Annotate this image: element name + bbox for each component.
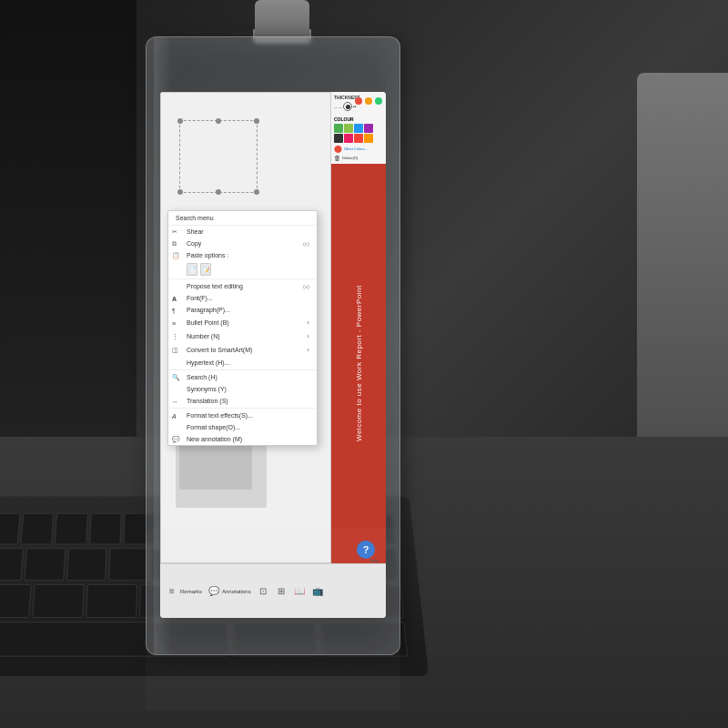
window-controls	[355, 97, 382, 105]
minimize-button[interactable]	[365, 97, 372, 105]
thickness-min-icon: —	[334, 105, 338, 109]
bullet-arrow: ›	[307, 318, 309, 327]
hypertext-label: Hypertext (H)...	[187, 359, 309, 366]
colour-swatch-orange[interactable]	[364, 134, 373, 143]
background-left-object	[0, 0, 136, 455]
other-colors-label[interactable]: Other Colors...	[344, 147, 368, 151]
slide-shape-2	[176, 435, 267, 508]
key	[24, 548, 65, 581]
menu-item-paragraph[interactable]: ¶ Paragraph(P)...	[168, 304, 317, 316]
annotation-icon: 💬	[172, 436, 180, 443]
number-arrow: ›	[307, 332, 309, 340]
menu-item-bullet[interactable]: ≡ Bullet Point (B) ›	[168, 316, 317, 329]
colour-title: COLOUR	[334, 116, 383, 122]
colour-swatch-purple[interactable]	[364, 124, 373, 133]
copy-icon: ⧉	[172, 240, 177, 248]
menu-item-format-shape[interactable]: Format shape(O)...	[168, 421, 317, 433]
separator-3	[168, 408, 317, 409]
selection-handle-bl	[177, 189, 183, 195]
colour-section: COLOUR ⬤ Othe	[331, 114, 386, 164]
menu-item-font[interactable]: A Font(F)...	[168, 292, 317, 304]
key	[55, 513, 88, 545]
colour-swatch-blue[interactable]	[354, 124, 363, 133]
scene: Click to add the ▲ ▼	[0, 0, 728, 728]
menu-item-propose-text[interactable]: Propose text editing (x)	[168, 280, 317, 292]
colour-swatch-dark[interactable]	[334, 134, 343, 143]
bullet-label: Bullet Point (B)	[187, 319, 307, 326]
paste-label: Paste options :	[187, 252, 309, 258]
search-icon: 🔍	[172, 374, 180, 381]
menu-item-shear[interactable]: ✂ Shear	[168, 226, 317, 238]
search-label: Search (H)	[187, 374, 309, 380]
key	[108, 548, 148, 581]
other-colors-row[interactable]: ⬤ Other Colors...	[334, 145, 383, 153]
paste-icon-2[interactable]: 📝	[200, 263, 211, 276]
delete-icon: 🗑	[334, 155, 340, 161]
selection-box	[179, 120, 258, 193]
paste-icon: 📋	[172, 252, 180, 259]
translation-icon: ↔	[172, 398, 178, 404]
selection-handle-tl	[177, 118, 183, 124]
colour-swatch-lightgreen[interactable]	[344, 124, 353, 133]
colour-swatch-red[interactable]	[354, 134, 363, 143]
paste-icon-1[interactable]: 📄	[187, 263, 197, 276]
menu-item-smartart[interactable]: ◫ Convert to SmartArt(M) ›	[168, 343, 317, 357]
key	[0, 513, 20, 545]
key	[89, 513, 122, 545]
menu-item-format-text[interactable]: A Format text effects(S)...	[168, 410, 317, 421]
menu-header: Search menu	[168, 211, 317, 226]
selection-handle-tr	[254, 118, 259, 124]
bullet-icon: ≡	[172, 319, 176, 326]
paragraph-icon: ¶	[172, 307, 176, 313]
menu-item-number[interactable]: ⋮ Number (N) ›	[168, 329, 317, 343]
key	[32, 584, 85, 618]
menu-item-translation[interactable]: ↔ Translation (S)	[168, 395, 317, 407]
format-text-label: Format text effects(S)...	[187, 412, 309, 419]
copy-shortcut: (c)	[303, 241, 309, 247]
sidebar-vertical-text: Welcome to use Work Report - PowerPoint	[331, 164, 386, 563]
menu-item-new-annotation[interactable]: 💬 New annotation (M)	[168, 433, 317, 445]
menu-item-copy[interactable]: ⧉ Copy (c)	[168, 238, 317, 249]
copy-label: Copy	[187, 240, 303, 247]
key	[0, 548, 24, 581]
paste-options-icons: 📄 📝	[168, 261, 317, 278]
propose-text-label: Propose text editing	[187, 283, 303, 289]
thickness-radio-selected[interactable]	[343, 102, 352, 111]
propose-text-shortcut: (x)	[303, 284, 309, 289]
key	[0, 584, 32, 618]
ppt-sidebar: THICKNESS — — •• COLOUR	[331, 92, 386, 563]
close-button[interactable]	[355, 97, 362, 105]
font-icon: A	[172, 295, 177, 301]
translation-label: Translation (S)	[187, 398, 309, 404]
desk-bottle-reflection	[146, 528, 400, 710]
colour-grid	[334, 124, 383, 143]
colour-swatch-green[interactable]	[334, 124, 343, 133]
selection-handle-tm	[216, 118, 221, 124]
selection-handle-bm	[216, 189, 221, 195]
smartart-icon: ◫	[172, 347, 178, 354]
maximize-button[interactable]	[375, 97, 382, 105]
delete-option[interactable]: 🗑 Delete(D)	[334, 155, 383, 161]
number-icon: ⋮	[172, 333, 178, 340]
selection-handle-br	[254, 189, 259, 195]
delete-label: Delete(D)	[342, 156, 358, 160]
format-shape-label: Format shape(O)...	[187, 424, 309, 430]
format-text-icon: A	[172, 412, 177, 419]
smartart-arrow: ›	[307, 346, 309, 354]
menu-item-synonyms[interactable]: Synonyms (Y)	[168, 383, 317, 395]
colour-swatch-pink[interactable]	[344, 134, 353, 143]
number-label: Number (N)	[187, 333, 307, 339]
key	[20, 513, 54, 545]
annotation-label: New annotation (M)	[187, 436, 309, 442]
menu-item-hypertext[interactable]: Hypertext (H)...	[168, 357, 317, 369]
shear-label: Shear	[187, 228, 309, 235]
thickness-dash: —	[339, 105, 342, 109]
paragraph-label: Paragraph(P)...	[187, 307, 309, 313]
key	[86, 584, 137, 618]
separator-2	[168, 369, 317, 370]
menu-item-paste[interactable]: 📋 Paste options :	[168, 249, 317, 261]
menu-item-search[interactable]: 🔍 Search (H)	[168, 371, 317, 383]
shear-icon: ✂	[172, 228, 177, 236]
other-colors-icon: ⬤	[334, 145, 342, 153]
smartart-label: Convert to SmartArt(M)	[187, 347, 307, 353]
